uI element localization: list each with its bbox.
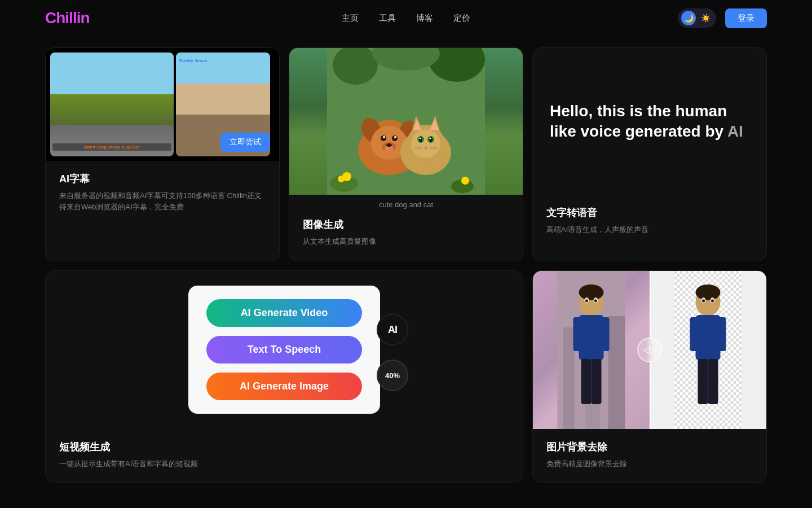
- tts-headline-text: Hello, this is the human like voice gene…: [550, 102, 727, 140]
- video-gen-image-area: AI Generate Video Text To Speech AI Gene…: [46, 271, 523, 429]
- svg-point-8: [461, 177, 469, 185]
- svg-point-33: [430, 138, 431, 139]
- image-gen-card-text: 图像生成 从文本生成高质量图像: [289, 218, 523, 261]
- ai-badge: AI: [377, 314, 408, 345]
- theme-toggle-button[interactable]: 🌙 ☀️: [678, 8, 716, 28]
- svg-rect-46: [602, 317, 610, 351]
- subtitle-card-title: AI字幕: [59, 172, 266, 186]
- svg-point-65: [696, 284, 721, 300]
- person-with-bg-svg: [533, 271, 650, 429]
- nav-tools[interactable]: 工具: [379, 13, 396, 24]
- dog-cat-svg: [289, 48, 523, 195]
- nav-pricing[interactable]: 定价: [453, 13, 470, 24]
- subtitle-card-text: AI字幕 来自服务器的视频和音频AI字幕可支持100多种语言 Chillin还支…: [46, 161, 279, 226]
- svg-rect-48: [592, 359, 602, 404]
- navigation: Chillin 主页 工具 博客 定价 🌙 ☀️ 登录: [0, 0, 812, 36]
- svg-rect-40: [563, 327, 575, 429]
- svg-point-49: [579, 284, 604, 300]
- image-gen-desc: 从文本生成高质量图像: [303, 236, 509, 247]
- subtitle-card-desc: 来自服务器的视频和音频AI字幕可支持100多种语言 Chillin还支持来自We…: [59, 190, 266, 212]
- video-gen-card-text: 短视频生成 一键从提示生成带有AI语音和字幕的短视频: [46, 429, 523, 483]
- svg-rect-44: [579, 315, 604, 360]
- svg-rect-64: [708, 359, 718, 404]
- bg-remove-card: ◁▷ 图片背景去除 免费高精度图像背景去除: [532, 270, 767, 484]
- moon-icon: 🌙: [681, 11, 696, 25]
- bg-remove-desc: 免费高精度图像背景去除: [546, 458, 753, 470]
- sun-icon: ☀️: [698, 11, 713, 25]
- svg-rect-45: [573, 317, 581, 351]
- cards-grid: Don't Stop, Keep it up Go! Buddy Jesus 立…: [0, 36, 812, 506]
- svg-point-17: [394, 136, 396, 138]
- subtitle-text-overlay: Don't Stop, Keep it up Go!: [52, 143, 171, 151]
- compare-button[interactable]: ◁▷: [637, 338, 662, 362]
- image-gen-image-area: [289, 48, 523, 195]
- nav-blog[interactable]: 博客: [416, 13, 433, 24]
- image-gen-caption: cute dog and cat: [289, 195, 523, 218]
- tool-preview-widget: AI Generate Video Text To Speech AI Gene…: [188, 286, 380, 414]
- compare-arrows-icon: ◁▷: [643, 344, 656, 355]
- nav-right: 🌙 ☀️ 登录: [678, 8, 767, 28]
- svg-point-27: [411, 130, 440, 158]
- tts-card: Hello, this is the human like voice gene…: [532, 47, 767, 261]
- bg-remove-card-text: 图片背景去除 免费高精度图像背景去除: [533, 429, 766, 483]
- ai-generate-image-button[interactable]: AI Generate Image: [206, 373, 362, 400]
- svg-rect-60: [696, 315, 721, 360]
- nav-home[interactable]: 主页: [342, 13, 359, 24]
- login-button[interactable]: 登录: [725, 8, 767, 28]
- outdoor-scene: [50, 52, 174, 156]
- subtitle-card: Don't Stop, Keep it up Go! Buddy Jesus 立…: [45, 47, 280, 261]
- video-gen-desc: 一键从提示生成带有AI语音和字幕的短视频: [59, 458, 509, 470]
- svg-point-30: [419, 137, 422, 142]
- percent-badge: 40%: [377, 360, 408, 391]
- dog-cat-scene: [289, 48, 523, 195]
- svg-rect-61: [690, 317, 698, 351]
- svg-point-52: [585, 299, 588, 302]
- try-now-button[interactable]: 立即尝试: [220, 133, 270, 152]
- image-gen-card: cute dog and cat 图像生成 从文本生成高质量图像: [289, 47, 523, 261]
- svg-rect-47: [581, 359, 592, 404]
- bg-right-removed: [650, 271, 766, 429]
- bg-left-with-background: [533, 271, 650, 429]
- svg-point-20: [386, 143, 392, 147]
- subtitle-image-area: Don't Stop, Keep it up Go! Buddy Jesus 立…: [46, 48, 279, 161]
- person-no-bg-svg: [650, 271, 766, 429]
- svg-point-69: [711, 299, 714, 302]
- svg-point-53: [594, 299, 597, 302]
- tts-card-text: 文字转语音 高端AI语音生成，人声般的声音: [533, 195, 766, 249]
- video-gen-card: AI Generate Video Text To Speech AI Gene…: [45, 270, 523, 484]
- image-gen-title: 图像生成: [303, 218, 509, 231]
- svg-rect-63: [698, 359, 708, 404]
- svg-point-32: [420, 138, 421, 139]
- subtitle-left-image: Don't Stop, Keep it up Go!: [50, 52, 174, 156]
- svg-point-31: [429, 137, 433, 142]
- nav-links: 主页 工具 博客 定价: [342, 13, 470, 24]
- ai-generate-video-button[interactable]: AI Generate Video: [206, 299, 362, 327]
- tts-ai-highlight: AI: [727, 122, 743, 140]
- tts-content-area: Hello, this is the human like voice gene…: [533, 48, 766, 195]
- video-gen-title: 短视频生成: [59, 440, 509, 454]
- tts-card-title: 文字转语音: [546, 206, 753, 220]
- tts-card-desc: 高端AI语音生成，人声般的声音: [546, 224, 753, 235]
- svg-point-16: [383, 136, 385, 138]
- subtitle-name-overlay: Buddy Jesus: [179, 58, 208, 63]
- bg-remove-image-area: ◁▷: [533, 271, 766, 429]
- svg-rect-62: [718, 317, 726, 351]
- bg-remove-title: 图片背景去除: [546, 440, 753, 454]
- logo[interactable]: Chillin: [45, 9, 90, 27]
- svg-point-68: [702, 299, 705, 302]
- svg-rect-41: [608, 316, 625, 429]
- tts-headline: Hello, this is the human like voice gene…: [550, 101, 749, 142]
- text-to-speech-button[interactable]: Text To Speech: [206, 336, 362, 364]
- svg-point-7: [338, 176, 345, 182]
- bg-remove-scene: ◁▷: [533, 271, 766, 429]
